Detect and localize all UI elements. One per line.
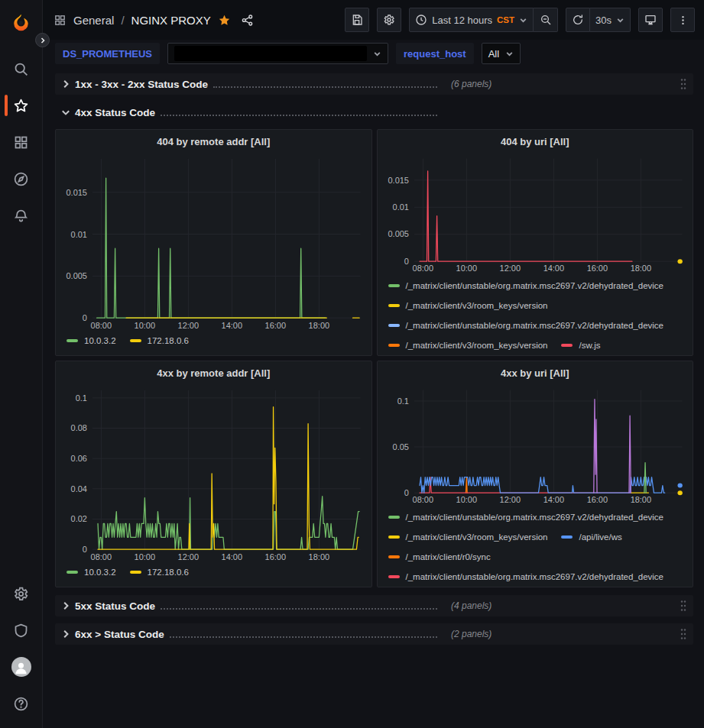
row-drag-handle[interactable]: [680, 628, 687, 640]
chart-legend: 10.0.3.2172.18.0.6: [62, 563, 365, 587]
svg-text:18:00: 18:00: [309, 552, 329, 561]
cycle-view-mode-button[interactable]: [638, 8, 663, 32]
legend-swatch: [561, 535, 573, 539]
legend-label: 10.0.3.2: [84, 336, 116, 345]
legend-label: /_matrix/client/v3/room_keys/version: [406, 532, 548, 542]
panel-title[interactable]: 4xx by uri [All]: [384, 361, 687, 384]
sidebar-item-explore[interactable]: [3, 162, 40, 196]
grafana-logo[interactable]: [3, 6, 40, 40]
panel-title[interactable]: 404 by remote addr [All]: [62, 130, 365, 153]
chart-plot-0[interactable]: 08:0010:0012:0014:0016:0018:0000.0050.01…: [62, 153, 365, 332]
svg-text:18:00: 18:00: [309, 321, 329, 330]
row-dots-filler: [161, 608, 437, 610]
sidebar-item-dashboards[interactable]: [3, 125, 40, 159]
sidebar-item-alerting[interactable]: [3, 199, 40, 232]
sidebar-item-configuration[interactable]: [3, 577, 40, 610]
legend-item[interactable]: /api/live/ws: [561, 527, 621, 547]
breadcrumb-separator: /: [121, 14, 124, 27]
sidebar-item-search[interactable]: [3, 52, 40, 86]
page-title[interactable]: NGINX PROXY: [131, 14, 211, 27]
svg-text:08:00: 08:00: [412, 496, 433, 505]
row-dots-filler: [213, 86, 437, 88]
legend-swatch: [388, 516, 400, 519]
svg-text:0.04: 0.04: [71, 484, 87, 493]
sidebar-item-starred[interactable]: [3, 89, 40, 122]
sidebar-expand-button[interactable]: [35, 33, 50, 47]
chevron-right-icon: [61, 629, 70, 639]
variable-datasource-dropdown[interactable]: [167, 43, 388, 64]
svg-text:14:00: 14:00: [543, 496, 564, 505]
row-dots-filler: [161, 115, 437, 116]
row-4xx[interactable]: 4xx Status Code: [55, 102, 693, 123]
chevron-down-icon: [505, 50, 514, 58]
panel-4xx-by-remote-addr-all-: 4xx by remote addr [All]08:0010:0012:001…: [55, 361, 372, 587]
panel-4xx-by-uri-all-: 4xx by uri [All]08:0010:0012:0014:0016:0…: [377, 361, 694, 587]
panel-grid: 404 by remote addr [All]08:0010:0012:001…: [55, 129, 693, 587]
refresh-button[interactable]: [566, 8, 590, 32]
legend-label: /_matrix/client/unstable/org.matrix.msc2…: [406, 572, 664, 581]
svg-text:16:00: 16:00: [265, 321, 286, 330]
chart-legend: /_matrix/client/unstable/org.matrix.msc2…: [384, 506, 687, 587]
legend-item[interactable]: /_matrix/client/unstable/org.matrix.msc2…: [388, 507, 664, 527]
chevron-down-icon: [373, 50, 381, 58]
svg-text:0.005: 0.005: [66, 271, 86, 280]
chart-plot-3[interactable]: 08:0010:0012:0014:0016:0018:0000.050.1: [384, 384, 687, 506]
svg-text:0.005: 0.005: [388, 230, 409, 239]
legend-label: 10.0.3.2: [84, 568, 116, 577]
chevron-right-icon: [40, 37, 46, 44]
legend-item[interactable]: 172.18.0.6: [130, 333, 189, 348]
sidebar-item-server-admin[interactable]: [3, 613, 40, 647]
legend-item[interactable]: /_matrix/client/v3/room_keys/version: [388, 527, 548, 547]
legend-item[interactable]: 10.0.3.2: [67, 333, 116, 348]
nav-actions: Last 12 hours CST 30s: [345, 8, 695, 32]
refresh-icon: [572, 14, 584, 26]
panel-title[interactable]: 404 by uri [All]: [384, 130, 687, 153]
sidebar-item-help[interactable]: [3, 687, 40, 720]
legend-item[interactable]: 10.0.3.2: [67, 565, 116, 580]
save-dashboard-button[interactable]: [345, 8, 369, 32]
variable-request-host-dropdown[interactable]: All: [482, 43, 521, 64]
breadcrumb: General / NGINX PROXY: [54, 14, 254, 27]
legend-item[interactable]: /_matrix/client/v3/room_keys/version: [388, 335, 548, 355]
legend-item[interactable]: /_matrix/client/v3/room_keys/version: [388, 296, 548, 315]
panel-title[interactable]: 4xx by remote addr [All]: [62, 361, 365, 384]
svg-text:08:00: 08:00: [91, 321, 112, 330]
svg-text:0.05: 0.05: [392, 442, 408, 451]
legend-label: /_matrix/client/v3/room_keys/version: [406, 341, 548, 350]
legend-swatch: [561, 344, 573, 347]
share-icon[interactable]: [241, 14, 254, 27]
row-6xx[interactable]: 6xx > Status Code (2 panels): [55, 623, 693, 645]
more-options-button[interactable]: [670, 8, 695, 32]
time-range-picker[interactable]: Last 12 hours CST: [409, 8, 534, 32]
chart-plot-1[interactable]: 08:0010:0012:0014:0016:0018:0000.0050.01…: [384, 153, 687, 274]
legend-swatch: [388, 304, 400, 307]
zoom-out-button[interactable]: [534, 8, 558, 32]
row-5xx[interactable]: 5xx Status Code (4 panels): [55, 595, 693, 616]
dashboard-settings-button[interactable]: [377, 8, 401, 32]
chart-plot-2[interactable]: 08:0010:0012:0014:0016:0018:0000.020.040…: [62, 384, 365, 563]
sidebar-item-profile[interactable]: [3, 650, 40, 684]
row-drag-handle[interactable]: [680, 78, 687, 90]
legend-swatch: [388, 324, 400, 327]
legend-label: /_matrix/client/unstable/org.matrix.msc2…: [406, 281, 664, 290]
row-1xx-3xx-2xx[interactable]: 1xx - 3xx - 2xx Status Code (6 panels): [55, 73, 693, 95]
svg-text:18:00: 18:00: [630, 496, 651, 505]
legend-item[interactable]: /_matrix/client/unstable/org.matrix.msc2…: [388, 315, 664, 335]
svg-text:12:00: 12:00: [178, 321, 199, 330]
svg-text:0.02: 0.02: [71, 514, 87, 523]
favorite-star-icon[interactable]: [218, 14, 231, 27]
legend-item[interactable]: /_matrix/client/unstable/org.matrix.msc2…: [388, 276, 664, 296]
legend-item[interactable]: /_matrix/client/unstable/org.matrix.msc2…: [388, 567, 664, 587]
legend-item[interactable]: /sw.js: [561, 335, 600, 355]
legend-item[interactable]: 172.18.0.6: [130, 565, 189, 580]
legend-item[interactable]: /_matrix/client/r0/sync: [388, 547, 491, 567]
variable-label-request-host[interactable]: request_host: [396, 43, 474, 64]
row-drag-handle[interactable]: [680, 600, 687, 612]
refresh-interval-picker[interactable]: 30s: [590, 8, 631, 32]
variable-label-datasource[interactable]: DS_PROMETHEUS: [55, 43, 160, 64]
svg-text:12:00: 12:00: [499, 264, 521, 273]
svg-text:14:00: 14:00: [222, 321, 242, 330]
breadcrumb-folder[interactable]: General: [73, 14, 114, 27]
timezone-label: CST: [497, 15, 514, 24]
panel-404-by-uri-all-: 404 by uri [All]08:0010:0012:0014:0016:0…: [377, 129, 694, 356]
